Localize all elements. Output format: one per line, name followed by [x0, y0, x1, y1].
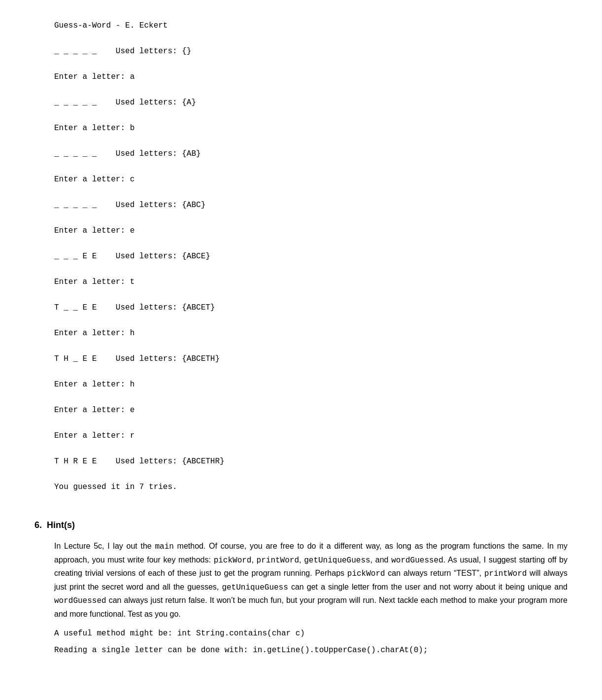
code-main: main	[155, 542, 173, 551]
reading-line: Reading a single letter can be done with…	[54, 644, 568, 656]
game-line-16: Enter a letter: e	[54, 404, 568, 416]
code-pickword2: pickWord	[347, 569, 385, 578]
game-line-5: Enter a letter: b	[54, 122, 568, 134]
code-wordguessed: wordGuessed	[391, 556, 443, 565]
useful-method-code: int String.contains(char c)	[177, 629, 305, 638]
game-line-6: _ _ _ _ _ Used letters: {AB}	[54, 148, 568, 160]
code-printword: printWord	[257, 556, 299, 565]
game-line-2: _ _ _ _ _ Used letters: {}	[54, 45, 568, 57]
game-line-13: Enter a letter: h	[54, 327, 568, 339]
section-6-content: In Lecture 5c, I lay out the main method…	[34, 540, 568, 656]
game-line-8: _ _ _ _ _ Used letters: {ABC}	[54, 199, 568, 211]
code-wordguessed2: wordGuessed	[54, 596, 106, 605]
game-line-17: Enter a letter: r	[54, 430, 568, 442]
game-line-4: _ _ _ _ _ Used letters: {A}	[54, 97, 568, 108]
game-line-7: Enter a letter: c	[54, 174, 568, 185]
game-line-15: Enter a letter: h	[54, 379, 568, 390]
section-6-paragraph1: In Lecture 5c, I lay out the main method…	[54, 540, 568, 621]
code-printword2: printWord	[484, 569, 527, 578]
code-pickword: pickWord	[214, 556, 252, 565]
section-title: Hint(s)	[47, 520, 75, 530]
useful-method-line: A useful method might be: int String.con…	[54, 628, 568, 639]
section-number: 6.	[34, 520, 42, 530]
game-line-19: You guessed it in 7 tries.	[54, 481, 568, 493]
section-6-heading: 6. Hint(s)	[34, 519, 568, 532]
game-output-section: Guess-a-Word - E. Eckert _ _ _ _ _ Used …	[34, 20, 568, 493]
game-line-11: Enter a letter: t	[54, 276, 568, 288]
game-line-18: T H R E E Used letters: {ABCETHR}	[54, 455, 568, 467]
game-line-1: Guess-a-Word - E. Eckert	[54, 20, 568, 32]
useful-method-prefix: A useful method might be:	[54, 629, 177, 638]
game-line-12: T _ _ E E Used letters: {ABCET}	[54, 302, 568, 314]
code-getuniqueguess2: getUniqueGuess	[222, 583, 288, 592]
game-line-10: _ _ _ E E Used letters: {ABCE}	[54, 250, 568, 262]
game-line-3: Enter a letter: a	[54, 71, 568, 83]
code-getuniqueguess: getUniqueGuess	[304, 556, 370, 565]
game-line-9: Enter a letter: e	[54, 225, 568, 237]
reading-prefix: Reading a single letter can be done with…	[54, 646, 253, 655]
reading-code: in.getLine().toUpperCase().charAt(0);	[253, 646, 428, 655]
game-line-14: T H _ E E Used letters: {ABCETH}	[54, 353, 568, 365]
